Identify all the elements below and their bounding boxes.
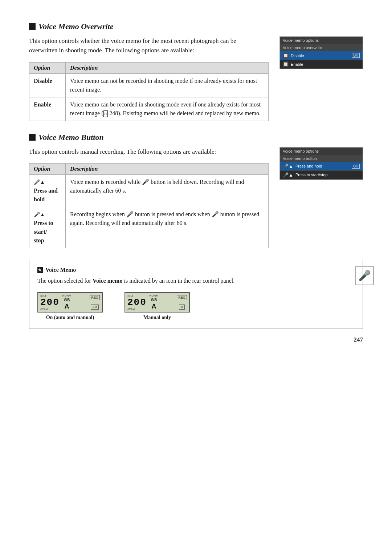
section2-table-area: This option controls manual recording. T… (29, 147, 269, 248)
cam1-icon1: 🔲 (283, 53, 289, 58)
note-title: Voice Memo (45, 267, 76, 273)
diagrams-row: ISO 200 JPEG NORM WB A REG AM O (37, 292, 355, 321)
section-voice-memo-overwrite: Voice Memo Overwrite This option control… (29, 22, 363, 121)
diagram-auto-manual: ISO 200 JPEG NORM WB A REG AM O (37, 292, 103, 321)
mic-inline-icon3: 🎤 (212, 211, 219, 217)
cam1-icon2: 🔲 (283, 61, 289, 67)
section1-table: Option Description Disable Voice memo ca… (29, 62, 269, 121)
camera-screenshot-2: Voice memo options Voice memo button 🎤▲ … (279, 147, 363, 180)
note-text: The option selected for Voice memo is in… (37, 276, 355, 286)
lcd1-norm: NORM (62, 294, 71, 297)
diagram1-label: On (auto and manual) (46, 315, 94, 321)
block-icon-1 (29, 23, 36, 30)
diagram-manual-only: ISO 200 JPEG NORM WB A REG M Ma (124, 292, 190, 321)
cam2-option2-row: 🎤▲ Press to start/stop (280, 171, 363, 180)
section2-table: Option Description 🎤▲ Press andhold Voic… (29, 163, 269, 248)
section2-col2-header: Description (66, 164, 269, 175)
lcd1-middle: NORM WB A (62, 294, 71, 310)
section2-desc-pressstart: Recording begins when 🎤 button is presse… (66, 207, 269, 248)
section2-desc-presshold: Voice memo is recorded while 🎤 button is… (66, 175, 269, 207)
cam2-submenu-title: Voice memo button (280, 155, 363, 162)
lcd2-norm: NORM (150, 294, 158, 297)
lcd2-a: A (152, 303, 156, 310)
cam2-option1-row: 🎤▲ Press and hold OK (280, 162, 363, 171)
cam1-submenu-title: Voice memo overwrite (280, 44, 363, 51)
lcd2-jpeg: JPEG (127, 307, 135, 310)
section1-desc-enable: Voice memo can be recorded in shooting m… (66, 97, 269, 121)
cam1-option2-row: 🔲 Enable (280, 60, 363, 69)
cam2-icon2: 🎤▲ (283, 172, 293, 178)
section2-heading: Voice Memo Button (29, 133, 363, 142)
mic-start-icon: 🎤▲ (34, 212, 45, 217)
section1-option-disable: Disable (29, 73, 66, 97)
lcd-panel-2: ISO 200 JPEG NORM WB A REG M (124, 292, 190, 313)
lcd1-jpeg: JPEG (40, 307, 48, 310)
section1-heading: Voice Memo Overwrite (29, 22, 363, 31)
lcd1-wb: WB (64, 298, 70, 302)
section1-col1-header: Option (29, 62, 66, 73)
section1-intro: This option controls whether the voice m… (29, 36, 240, 56)
lcd1-left: ISO 200 JPEG (40, 294, 60, 310)
lcd2-right: REG M (177, 295, 187, 310)
section2-option-presshold: 🎤▲ Press andhold (29, 175, 66, 207)
lcd2-left: ISO 200 JPEG (127, 294, 147, 310)
svg-text:✎: ✎ (38, 268, 42, 273)
lcd2-wb: WB (151, 298, 157, 302)
table-row: 🎤▲ Press tostart/stop Recording begins w… (29, 207, 269, 248)
ref-box: □ (103, 110, 108, 117)
pencil-note-icon: ✎ (37, 267, 43, 273)
section2-col1-header: Option (29, 164, 66, 175)
mic-hold-icon: 🎤▲ (34, 180, 45, 185)
lcd2-middle: NORM WB A (150, 294, 158, 310)
diagram2-label: Manual only (143, 315, 171, 321)
table-row: 🎤▲ Press andhold Voice memo is recorded … (29, 175, 269, 207)
mic-inline-icon2: 🎤 (126, 211, 134, 217)
table-row: Disable Voice memo can not be recorded i… (29, 73, 269, 97)
page: Voice Memo Overwrite This option control… (0, 0, 392, 358)
section1-table-area: This option controls whether the voice m… (29, 36, 269, 121)
cam2-icon1: 🎤▲ (283, 164, 293, 169)
note-bold-voicememo: Voice memo (93, 278, 123, 284)
mic-icon-box: 🎤 (355, 266, 374, 285)
page-number: 247 (354, 336, 363, 343)
lcd-panel-1: ISO 200 JPEG NORM WB A REG AM (37, 292, 103, 313)
block-icon-2 (29, 134, 36, 141)
lcd1-reg: REG (90, 295, 100, 300)
section1-content-row: This option controls whether the voice m… (29, 36, 363, 121)
lcd2-reg: REG (177, 295, 187, 300)
section2-content-row: This option controls manual recording. T… (29, 147, 363, 248)
section2-intro: This option controls manual recording. T… (29, 147, 240, 157)
section-voice-memo-button: Voice Memo Button This option controls m… (29, 133, 363, 248)
section1-desc-disable: Voice memo can not be recorded in shooti… (66, 73, 269, 97)
lcd1-am: AM (91, 305, 99, 310)
lcd2-200: 200 (127, 298, 147, 307)
mic-inline-icon: 🎤 (142, 179, 149, 185)
cam2-ok-badge: OK (352, 164, 360, 169)
lcd1-a: A (65, 303, 69, 310)
lcd1-right: REG AM (90, 295, 100, 310)
table-row: Enable Voice memo can be recorded in sho… (29, 97, 269, 121)
camera-screenshot-1: Voice memo options Voice memo overwrite … (279, 36, 363, 69)
cam1-option1-row: 🔲 Disable OK (280, 51, 363, 60)
lcd2-m: M (179, 305, 185, 310)
lcd1-200: 200 (40, 298, 60, 307)
section1-col2-header: Description (66, 62, 269, 73)
cam2-menu-title: Voice memo options (280, 148, 363, 155)
note-header: ✎ Voice Memo (37, 267, 355, 273)
cam1-menu-title: Voice memo options (280, 37, 363, 44)
section1-option-enable: Enable (29, 97, 66, 121)
mic-icon: 🎤 (358, 270, 371, 282)
cam1-ok-badge: OK (352, 53, 360, 58)
note-box: ✎ Voice Memo The option selected for Voi… (29, 260, 363, 329)
section2-option-pressstart: 🎤▲ Press tostart/stop (29, 207, 66, 248)
